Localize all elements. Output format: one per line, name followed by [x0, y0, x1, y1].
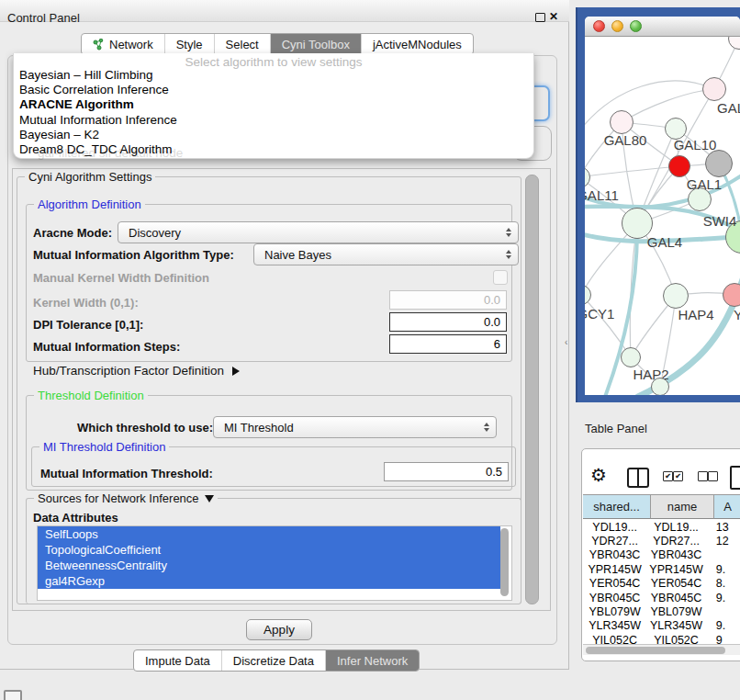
gear-icon[interactable]: ⚙︎ — [590, 464, 607, 486]
table-row[interactable]: YBR043CYBR043C — [583, 548, 740, 562]
algorithm-option[interactable]: ARACNE Algorithm — [17, 97, 530, 112]
algorithm-definition-legend: Algorithm Definition — [34, 198, 145, 211]
apply-button[interactable]: Apply — [246, 619, 312, 640]
table-horizontal-scrollbar[interactable] — [583, 644, 740, 655]
table-cell: 9. — [706, 619, 740, 632]
table-row[interactable]: YLR345WYLR345W9. — [583, 619, 740, 633]
mi-steps-label: Mutual Information Steps: — [33, 340, 180, 354]
which-threshold-select[interactable]: MI Threshold — [213, 416, 497, 438]
stepper-arrows-icon — [506, 250, 511, 259]
network-node-gal[interactable] — [702, 77, 726, 101]
table-row[interactable]: YDL19...YDL19...13 — [583, 520, 740, 534]
table-cell: YBR045C — [583, 592, 646, 604]
network-node[interactable] — [651, 378, 669, 395]
table-cell: 9. — [706, 563, 740, 576]
node-label: GAL80 — [604, 132, 647, 148]
network-node[interactable] — [668, 155, 690, 177]
split-columns-icon[interactable] — [627, 468, 649, 488]
column-header-label: A — [723, 500, 732, 514]
network-node-gal10[interactable] — [705, 150, 733, 177]
zoom-traffic-light-icon[interactable] — [630, 20, 642, 32]
pane-collapse-icon[interactable]: ‹ — [565, 337, 567, 347]
aracne-mode-select[interactable]: Discovery — [118, 221, 519, 243]
table-cell: YBR045C — [646, 592, 706, 604]
attribute-item[interactable]: gal4RGexp — [38, 573, 500, 589]
attribute-list-scrollbar[interactable] — [500, 528, 509, 596]
attribute-item[interactable]: BetweennessCentrality — [38, 558, 500, 573]
bottom-tab-impute-data[interactable]: Impute Data — [134, 650, 221, 671]
algorithm-option[interactable]: Mutual Information Inference — [17, 113, 530, 128]
node-label: GAL4 — [647, 234, 682, 250]
close-traffic-light-icon[interactable] — [593, 20, 605, 32]
table-cell: YPR145W — [583, 563, 646, 576]
document-icon[interactable] — [730, 466, 740, 490]
scrollbar-thumb[interactable] — [586, 647, 725, 654]
attribute-item[interactable]: SelfLoops — [38, 526, 500, 542]
table-row[interactable]: YBR045CYBR045C9. — [583, 591, 740, 604]
attribute-item[interactable]: TopologicalCoefficient — [38, 542, 500, 558]
algorithm-option[interactable]: Bayesian – Hill Climbing — [17, 68, 530, 83]
sources-legend[interactable]: Sources for Network Inference — [34, 491, 218, 505]
column-header-shared[interactable]: shared... — [583, 494, 651, 519]
column-header-name[interactable]: name — [651, 494, 714, 519]
dpi-tolerance-input[interactable] — [389, 312, 507, 332]
algorithm-option[interactable]: Bayesian – K2 — [17, 128, 530, 142]
table-cell: 13 — [706, 521, 740, 534]
resize-grip[interactable] — [4, 690, 22, 700]
control-panel-title: Control Panel — [7, 11, 80, 25]
manual-kernel-width-checkbox[interactable] — [493, 270, 508, 285]
table-body[interactable]: YDL19...YDL19...13YDR27...YDR27...12YBR0… — [583, 520, 740, 645]
checked-checkbox-icon[interactable]: ✔ — [673, 471, 683, 481]
table-row[interactable]: YBL079WYBL079W — [583, 604, 740, 618]
table-cell: YBL079W — [583, 605, 646, 618]
tab-cyni-toolbox[interactable]: Cyni Toolbox — [270, 34, 361, 54]
network-canvas[interactable]: GALGAL80GAL10GAL11GAL1GAL4SWI4GCY1HAP4YH… — [585, 37, 740, 395]
tab-network[interactable]: Network — [82, 34, 164, 54]
expand-right-icon — [232, 367, 240, 376]
table-cell: 9. — [706, 592, 740, 604]
unchecked-checkbox-icon[interactable] — [708, 471, 718, 481]
tab-label: Impute Data — [145, 654, 210, 668]
network-window-titlebar[interactable] — [585, 17, 740, 37]
tab-label: Discretize Data — [233, 654, 314, 668]
kernel-width-label: Kernel Width (0,1): — [33, 296, 139, 310]
tab-select[interactable]: Select — [214, 34, 270, 54]
attribute-list[interactable]: SelfLoopsTopologicalCoefficientBetweenne… — [37, 525, 512, 601]
minimize-traffic-light-icon[interactable] — [611, 20, 623, 32]
tab-style[interactable]: Style — [164, 34, 214, 54]
which-threshold-value: MI Threshold — [224, 421, 294, 435]
float-window-icon[interactable] — [535, 13, 545, 22]
network-node-hap2[interactable] — [621, 347, 641, 367]
algorithm-dropdown[interactable]: Select algorithm to view settings Bayesi… — [13, 53, 534, 159]
node-label: GCY1 — [585, 306, 614, 322]
close-icon[interactable]: ✕ — [549, 10, 558, 23]
screen: Control Panel ✕ NetworkStyleSelectCyni T… — [0, 0, 740, 700]
table-cell: 8. — [706, 577, 740, 590]
network-node-gal80[interactable] — [610, 110, 633, 134]
network-icon — [93, 39, 105, 51]
bottom-tab-infer-network[interactable]: Infer Network — [325, 650, 419, 671]
hub-definition-toggle[interactable]: Hub/Transcription Factor Definition — [33, 364, 240, 378]
table-row[interactable]: YDR27...YDR27...12 — [583, 534, 740, 548]
table-row[interactable]: YER054CYER054C8. — [583, 577, 740, 591]
stepper-arrows-icon — [506, 228, 511, 237]
algorithm-option[interactable]: Basic Correlation Inference — [17, 83, 530, 97]
table-row[interactable]: YPR145WYPR145W9. — [583, 562, 740, 576]
tab-jactivemnodules[interactable]: jActiveMNodules — [361, 34, 473, 54]
checked-checkbox-icon[interactable]: ✔ — [663, 471, 673, 481]
bottom-tab-discretize-data[interactable]: Discretize Data — [221, 650, 325, 671]
which-threshold-label: Which threshold to use: — [77, 421, 213, 435]
mi-steps-input[interactable] — [389, 334, 507, 354]
network-node-y[interactable] — [723, 283, 740, 307]
kernel-width-input[interactable] — [389, 290, 507, 310]
sources-legend-label: Sources for Network Inference — [38, 491, 199, 505]
column-header-a[interactable]: A — [714, 494, 740, 519]
network-node-hap4[interactable] — [663, 283, 689, 309]
settings-vertical-scrollbar[interactable] — [525, 175, 539, 604]
algorithm-list: Bayesian – Hill ClimbingBasic Correlatio… — [17, 68, 530, 157]
mi-algorithm-type-select[interactable]: Naive Bayes — [253, 243, 519, 265]
mi-threshold-input[interactable] — [384, 462, 509, 481]
mi-algorithm-type-value: Naive Bayes — [264, 248, 331, 262]
table-cell: YBR043C — [583, 548, 646, 561]
unchecked-checkbox-icon[interactable] — [698, 471, 708, 481]
